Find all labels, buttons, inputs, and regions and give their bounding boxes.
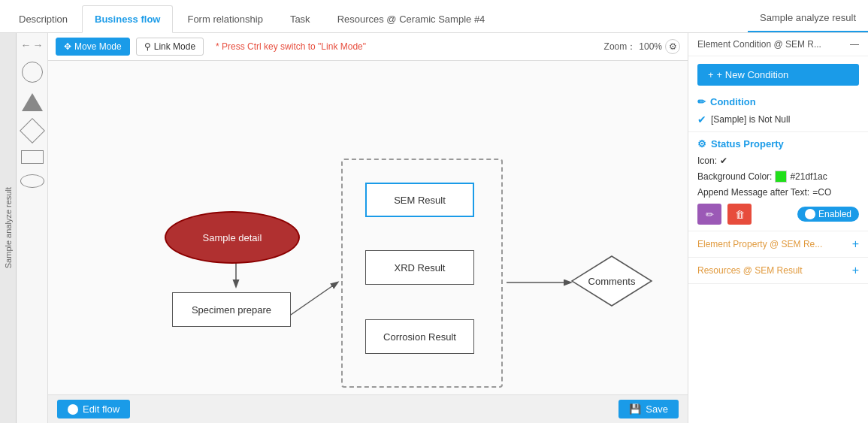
shape-sidebar: ←→ bbox=[17, 33, 48, 423]
gear-icon: ⚙ bbox=[697, 138, 706, 150]
plus-icon: + bbox=[708, 69, 714, 80]
status-actions: ✏ 🗑 Enabled bbox=[697, 204, 859, 225]
shape-diamond-item[interactable] bbox=[23, 122, 41, 140]
tabs-bar: Description Business flow Form relations… bbox=[0, 0, 868, 33]
svg-line-1 bbox=[289, 283, 337, 316]
condition-item: ✔ [Sample] is Not Null bbox=[697, 113, 859, 125]
toggle-circle bbox=[805, 209, 815, 219]
new-condition-button[interactable]: + + New Condition bbox=[697, 64, 859, 86]
move-icon: ✥ bbox=[64, 41, 71, 52]
tab-resources[interactable]: Resources @ Ceramic Sample #4 bbox=[325, 5, 498, 32]
node-xrd-result[interactable]: XRD Result bbox=[365, 250, 474, 285]
link-mode-button[interactable]: ⚲ Link Mode bbox=[136, 38, 204, 56]
right-panel: Element Condition @ SEM R... — + + New C… bbox=[688, 33, 868, 423]
enabled-toggle[interactable]: Enabled bbox=[797, 207, 859, 222]
bottom-bar: Edit flow 💾 Save bbox=[48, 394, 688, 423]
content-area: Sample analyze result ←→ bbox=[0, 33, 868, 423]
status-property-section: ⚙ Status Property Icon: ✔ Background Col… bbox=[688, 132, 868, 231]
status-append-row: Append Message after Text: =CO bbox=[697, 187, 859, 198]
delete-condition-button[interactable]: 🗑 bbox=[727, 204, 752, 225]
status-section-title: ⚙ Status Property bbox=[697, 138, 859, 150]
toolbar: ✥ Move Mode ⚲ Link Mode * Press Ctrl key… bbox=[48, 33, 688, 61]
zoom-label: Zoom： 100% ⚙ bbox=[604, 39, 680, 54]
tab-form-relationship[interactable]: Form relationship bbox=[174, 5, 275, 32]
move-mode-button[interactable]: ✥ Move Mode bbox=[56, 38, 130, 56]
shape-circle-item[interactable] bbox=[22, 62, 43, 83]
condition-section: ✏ Condition ✔ [Sample] is Not Null bbox=[688, 90, 868, 132]
panel-header-title: Element Condition @ SEM R... bbox=[697, 39, 821, 50]
tab-business-flow[interactable]: Business flow bbox=[82, 5, 173, 33]
save-icon: 💾 bbox=[629, 403, 641, 415]
toggle-circle-left bbox=[68, 404, 78, 415]
vert-sidebar: Sample analyze result bbox=[0, 33, 17, 423]
canvas-container: ✥ Move Mode ⚲ Link Mode * Press Ctrl key… bbox=[48, 33, 688, 423]
resources-section[interactable]: Resources @ SEM Result + bbox=[688, 258, 868, 284]
status-icon-row: Icon: ✔ bbox=[697, 156, 859, 166]
node-sem-result[interactable]: SEM Result bbox=[365, 183, 474, 217]
zoom-settings-btn[interactable]: ⚙ bbox=[665, 39, 680, 54]
resources-expand-icon[interactable]: + bbox=[852, 264, 859, 277]
dashed-group: SEM Result XRD Result Corrosion Result bbox=[341, 159, 503, 388]
status-bg-color-row: Background Color: #21df1ac bbox=[697, 171, 859, 183]
pencil-icon: ✏ bbox=[697, 96, 706, 107]
save-button[interactable]: 💾 Save bbox=[618, 400, 679, 418]
element-property-expand-icon[interactable]: + bbox=[852, 237, 859, 251]
edit-flow-button[interactable]: Edit flow bbox=[57, 400, 130, 418]
color-swatch[interactable] bbox=[775, 171, 787, 183]
shape-arrows[interactable]: ←→ bbox=[21, 39, 44, 51]
link-icon: ⚲ bbox=[144, 41, 151, 52]
node-comments[interactable]: Comments bbox=[570, 255, 653, 307]
tab-sample-analyze-result[interactable]: Sample analyze result bbox=[748, 5, 868, 32]
check-icon: ✔ bbox=[697, 113, 706, 125]
tab-task[interactable]: Task bbox=[277, 5, 323, 32]
shape-rect-item[interactable] bbox=[21, 150, 44, 164]
node-specimen-prepare[interactable]: Specimen prepare bbox=[172, 292, 291, 327]
zoom-value: 100% bbox=[639, 41, 662, 52]
edit-condition-button[interactable]: ✏ bbox=[697, 204, 721, 225]
element-property-section[interactable]: Element Property @ SEM Re... + bbox=[688, 231, 868, 258]
shape-ellipse-item[interactable] bbox=[20, 174, 44, 188]
condition-section-title: ✏ Condition bbox=[697, 96, 859, 107]
shape-triangle-item[interactable] bbox=[22, 93, 43, 111]
node-sample-detail[interactable]: Sample detail bbox=[165, 211, 300, 264]
svg-text:Comments: Comments bbox=[588, 276, 636, 287]
vert-sidebar-text: Sample analyze result bbox=[4, 187, 13, 268]
panel-collapse-icon[interactable]: — bbox=[850, 39, 859, 50]
right-panel-header: Element Condition @ SEM R... — bbox=[688, 33, 868, 56]
toolbar-hint: * Press Ctrl key switch to "Link Mode" bbox=[216, 41, 366, 52]
canvas[interactable]: Sample detail Specimen prepare SEM Resul… bbox=[48, 61, 688, 394]
node-corrosion-result[interactable]: Corrosion Result bbox=[365, 319, 474, 354]
tab-description[interactable]: Description bbox=[6, 5, 80, 32]
